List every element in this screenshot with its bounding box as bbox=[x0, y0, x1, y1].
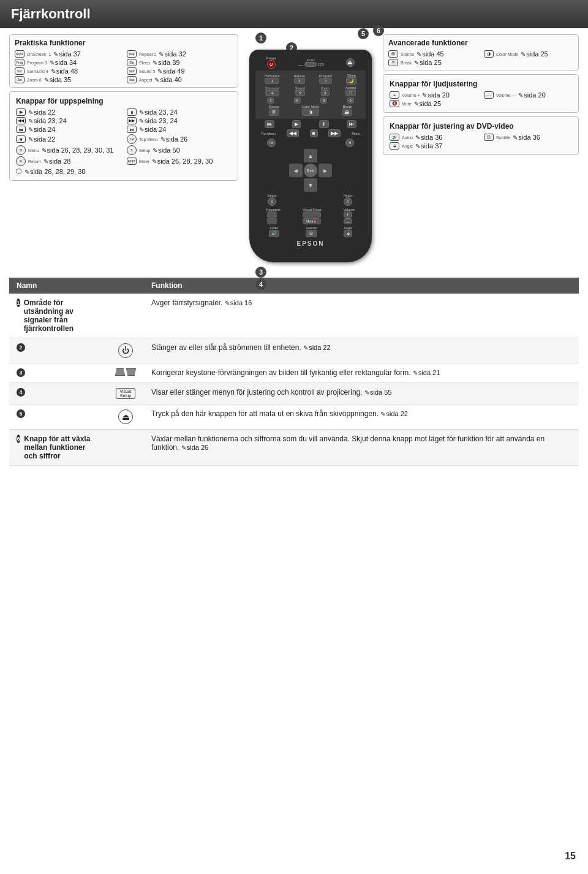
visualsetup-button[interactable] bbox=[303, 211, 321, 218]
play-button[interactable]: ▶ bbox=[292, 120, 301, 128]
func-slider[interactable] bbox=[304, 62, 317, 67]
topmenu-button[interactable]: TM bbox=[267, 139, 276, 147]
pause-button[interactable]: ⏸ bbox=[319, 120, 329, 128]
eject-button[interactable]: ⏏ bbox=[346, 58, 355, 67]
program-btn-area: Program 3 bbox=[319, 74, 332, 84]
eject-area: ⏏ bbox=[346, 58, 355, 67]
pause-icon: ⏸ bbox=[127, 108, 137, 116]
btn-ref-zoom: Zm Zoom 6 sida 35 bbox=[15, 76, 121, 83]
enter-button[interactable]: Enter bbox=[304, 164, 317, 177]
row6-name: 6 Knapp för att växla mellan funktioner … bbox=[9, 430, 107, 466]
col-funktion: Funktion bbox=[144, 278, 579, 294]
table-row: 6 Knapp för att växla mellan funktioner … bbox=[9, 430, 579, 466]
dpad-right[interactable]: ► bbox=[318, 164, 332, 177]
function-table: Namn Funktion 1 Område för utsändning av… bbox=[9, 278, 579, 466]
remote-row1-group: OnScreen 1 Repeat 2 Program 3 Sleep bbox=[255, 70, 366, 119]
btn-ref-aspect: Asp Aspect sida 40 bbox=[127, 76, 233, 83]
program-button[interactable]: 3 bbox=[319, 78, 332, 84]
aspect-icon: Asp bbox=[127, 76, 137, 83]
repeat-btn-area: Repeat 2 bbox=[294, 74, 305, 84]
row1-callout: 1 bbox=[17, 298, 20, 307]
dpad-left[interactable]: ◄ bbox=[289, 164, 303, 177]
audio-button[interactable]: 🔊 bbox=[269, 230, 279, 237]
table-header: Namn Funktion bbox=[9, 278, 579, 294]
setup-button[interactable]: S bbox=[268, 197, 276, 206]
source-icon: ⊞ bbox=[388, 50, 398, 58]
colormode-button[interactable]: ◑ bbox=[302, 108, 319, 116]
sleep-btn-area: Sleep 🌙 bbox=[346, 74, 356, 85]
volume-plus-button[interactable]: + bbox=[344, 211, 352, 218]
btn-ref-play: ▶ sida 22 bbox=[16, 108, 121, 116]
keystone-down-button[interactable] bbox=[266, 218, 277, 224]
row1-function: Avger färrstyrsignaler. sida 16 bbox=[144, 294, 579, 338]
remote-power-row: Power ⏻ Func — 123 ⏏ bbox=[255, 56, 366, 69]
btn-ref-sound: Snd Sound 5 sida 49 bbox=[127, 67, 233, 75]
surround-button[interactable]: 4 bbox=[265, 90, 279, 96]
return-button[interactable]: R bbox=[344, 197, 352, 206]
btn-ref-top-menu: TM Top Menu sida 26 bbox=[127, 134, 232, 144]
btn-ref-setup: S Setup sida 50 bbox=[127, 145, 232, 155]
ljud-grid: + Volume + sida 20 — Volume — sida 20 🔇 … bbox=[390, 91, 572, 107]
btn-ref-skip-fwd: ⏭ sida 24 bbox=[127, 126, 232, 133]
btn-ref-pause: ⏸ sida 23, 24 bbox=[127, 108, 232, 116]
mute-button[interactable]: Mute🔇 bbox=[303, 218, 321, 224]
main-diagram-area: Praktiska funktioner OnSc OnScreen 1 sid… bbox=[0, 28, 588, 272]
row1-label: Område för utsändning av signaler från f… bbox=[24, 298, 100, 333]
angle-button[interactable]: ⬙ bbox=[344, 230, 352, 237]
btn-ref-menu: M Menu sida 26, 28, 29, 30, 31 bbox=[16, 145, 121, 155]
angle-btn-area: Angle ⬙ bbox=[344, 226, 352, 237]
zoom-button[interactable]: 6 bbox=[321, 90, 330, 96]
zoom-btn-area: Zoom 6 bbox=[321, 86, 330, 96]
skip-forward-icon: ⏭ bbox=[127, 126, 137, 133]
volume-minus-icon: — bbox=[484, 91, 494, 99]
num9-button[interactable]: 9 bbox=[320, 97, 327, 104]
btn-ref-vol-minus: — Volume — sida 20 bbox=[484, 91, 572, 99]
volume-minus-button[interactable]: — bbox=[344, 218, 352, 224]
row2-function: Stänger av eller slår på strömmen till e… bbox=[144, 338, 579, 363]
ffwd-button[interactable]: ▶▶ bbox=[328, 129, 341, 137]
btn-ref-mute: 🔇 Mute sida 25 bbox=[390, 100, 478, 107]
callout-6: 6 bbox=[373, 25, 384, 36]
stop-button[interactable]: ■ bbox=[310, 129, 318, 137]
next-chapter-button[interactable]: ⏭ bbox=[347, 120, 356, 128]
onscreen-btn-area: OnScreen 1 bbox=[265, 74, 280, 84]
program-icon: Prog bbox=[15, 59, 24, 66]
volume-plus-icon: + bbox=[390, 91, 399, 99]
repeat-button[interactable]: 2 bbox=[294, 78, 305, 84]
num0-button[interactable]: 0 bbox=[347, 97, 354, 104]
dpad-down[interactable]: ▼ bbox=[304, 178, 317, 192]
surround-icon: Sur bbox=[15, 67, 24, 75]
subtitle-button[interactable]: ⊟ bbox=[306, 230, 317, 237]
btn-ref-break: ☕ Break sida 25 bbox=[388, 59, 478, 66]
btn-ref-sleep: Slp Sleep sida 39 bbox=[127, 59, 233, 66]
btn-ref-angle: ⬙ Angle sida 37 bbox=[390, 142, 478, 150]
row4-name: 4 bbox=[9, 383, 107, 405]
source-btn-area: Source ⊞ bbox=[269, 105, 279, 116]
dvd-grid: 🔊 Audio sida 36 ⊟ Subtitle sida 36 ⬙ Ang… bbox=[390, 134, 572, 150]
rewind-button[interactable]: ◀◀ bbox=[287, 129, 299, 137]
num8-button[interactable]: 8 bbox=[294, 97, 301, 104]
rewind-icon: ◀◀ bbox=[16, 117, 26, 124]
power-button[interactable]: ⏻ bbox=[267, 60, 276, 69]
uppspelning-box: Knappar för uppspelning ▶ sida 22 ⏸ sida… bbox=[9, 91, 238, 181]
aspect-button[interactable]: □ bbox=[345, 89, 356, 96]
btn-ref-audio: 🔊 Audio sida 36 bbox=[390, 134, 478, 141]
btn-ref-repeat: Rep Repeat 2 sida 32 bbox=[127, 50, 233, 58]
keystone-up-button[interactable] bbox=[266, 211, 277, 218]
onscreen-button[interactable]: 1 bbox=[265, 78, 280, 84]
sleep-button[interactable]: 🌙 bbox=[346, 77, 356, 85]
remote-playback-row2: Top Menu ◀◀ ■ ▶▶ Menu bbox=[255, 129, 366, 137]
dpad-up[interactable]: ▲ bbox=[304, 149, 317, 162]
sound-btn-area: Sound 5 bbox=[295, 86, 305, 96]
callout-5: 5 bbox=[358, 28, 369, 39]
stop-icon: ■ bbox=[16, 135, 26, 143]
row6-label: Knapp för att växla mellan funktioner oc… bbox=[24, 435, 100, 460]
source-button[interactable]: ⊞ bbox=[269, 108, 279, 116]
prev-chapter-button[interactable]: ⏮ bbox=[265, 120, 274, 128]
num7-button[interactable]: 7 bbox=[267, 97, 274, 104]
break-button[interactable]: ☕ bbox=[342, 108, 352, 116]
sound-button[interactable]: 5 bbox=[295, 90, 305, 96]
avancerade-box: Avancerade funktioner ⊞ Source sida 45 ◑… bbox=[383, 34, 579, 70]
menu-button[interactable]: M bbox=[345, 139, 354, 147]
audio-btn-area: Audio 🔊 bbox=[269, 226, 279, 237]
